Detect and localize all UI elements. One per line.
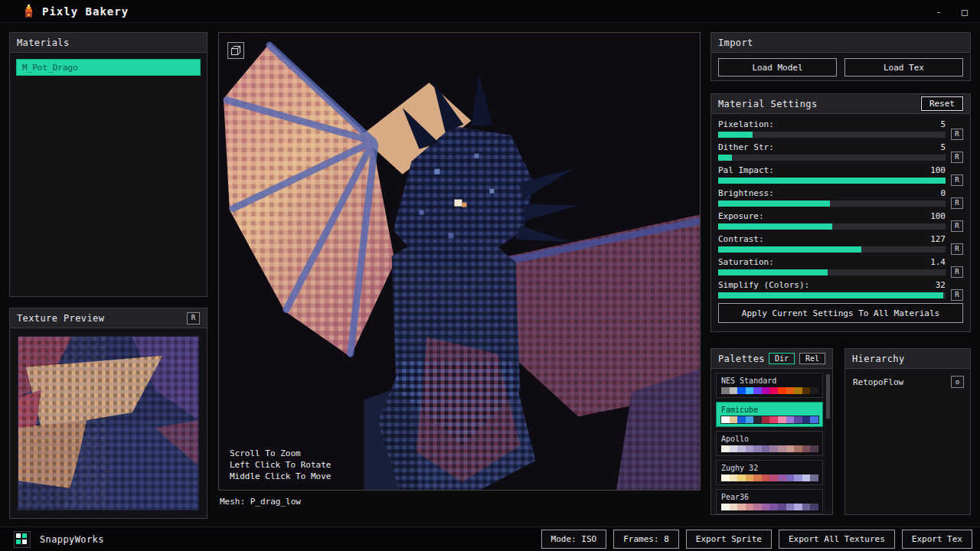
- load-model-button[interactable]: Load Model: [718, 58, 837, 77]
- slider-track[interactable]: [718, 178, 946, 184]
- slider-brightness: Brightness: 0 R: [718, 188, 963, 207]
- slider-label: Simplify (Colors):: [718, 280, 809, 290]
- slider-fill: [718, 246, 861, 253]
- palette-swatch: [769, 416, 778, 423]
- palette-swatch: [746, 474, 754, 481]
- palette-swatch: [802, 474, 811, 481]
- slider-track[interactable]: [718, 155, 946, 161]
- palette-swatch: [810, 504, 818, 510]
- slider-track[interactable]: [718, 246, 946, 253]
- maximize-button[interactable]: □: [954, 0, 975, 23]
- palette-swatch: [786, 445, 795, 452]
- palette-item-apollo[interactable]: Apollo: [716, 431, 823, 456]
- texture-preview-reset-button[interactable]: R: [187, 312, 200, 324]
- slider-reset-button[interactable]: R: [951, 197, 963, 209]
- slider-track[interactable]: [718, 269, 946, 276]
- palettes-dir-button[interactable]: Dir: [769, 353, 795, 364]
- palette-swatch: [802, 445, 811, 452]
- import-panel: Import Load Model Load Tex: [710, 32, 971, 81]
- slider-track[interactable]: [718, 201, 946, 207]
- palette-swatch: [746, 387, 754, 394]
- dragon-model[interactable]: [219, 33, 700, 490]
- palette-swatch: [721, 387, 730, 394]
- hierarchy-item-retopoflow[interactable]: RetopoFlow o: [845, 369, 970, 388]
- slider-label: Dither Str:: [718, 142, 774, 152]
- material-name: M_Pot_Drago: [22, 63, 78, 73]
- frames-button[interactable]: Frames: 8: [613, 530, 679, 549]
- palette-swatch: [746, 504, 754, 510]
- hint-rotate: Left Click To Rotate: [230, 459, 331, 471]
- palette-item-famicube[interactable]: Famicube: [716, 402, 823, 427]
- slider-reset-button[interactable]: R: [951, 266, 963, 278]
- export-sprite-button[interactable]: Export Sprite: [686, 530, 772, 549]
- texture-preview-title: Texture Preview: [17, 313, 104, 324]
- slider-simplify-colors: Simplify (Colors): 32 R: [718, 280, 963, 298]
- slider-reset-button[interactable]: R: [951, 289, 963, 301]
- palette-swatch: [746, 445, 754, 452]
- export-all-textures-button[interactable]: Export All Textures: [779, 530, 895, 549]
- hint-move: Middle Click To Move: [230, 471, 331, 482]
- palette-swatch: [762, 474, 770, 481]
- load-tex-button[interactable]: Load Tex: [844, 58, 963, 77]
- minimize-button[interactable]: -: [928, 0, 949, 23]
- slider-reset-button[interactable]: R: [951, 220, 963, 232]
- slider-fill: [718, 201, 830, 207]
- palette-swatch: [746, 416, 754, 423]
- palette-swatch: [762, 416, 770, 423]
- slider-track[interactable]: [718, 292, 946, 298]
- palette-swatch: [794, 474, 802, 481]
- palette-swatch: [721, 504, 730, 510]
- palette-swatch: [769, 504, 778, 510]
- brand-icon-box: [14, 531, 31, 548]
- palette-swatch: [802, 504, 811, 510]
- import-panel-header: Import: [711, 33, 970, 53]
- palette-swatch-strip: [721, 387, 818, 394]
- palette-swatch: [810, 416, 818, 423]
- hierarchy-item-toggle-button[interactable]: o: [951, 376, 964, 388]
- slider-pal-impact: Pal Impact: 100 R: [718, 165, 963, 184]
- palette-swatch: [737, 416, 746, 423]
- slider-track[interactable]: [718, 223, 946, 230]
- palette-swatch: [802, 416, 811, 423]
- palette-item-pear36[interactable]: Pear36: [716, 489, 823, 514]
- reset-all-button[interactable]: Reset: [921, 96, 963, 111]
- slider-value: 32: [936, 280, 946, 290]
- palette-scrollbar[interactable]: [826, 373, 830, 510]
- slider-reset-button[interactable]: R: [951, 129, 963, 140]
- slider-reset-button[interactable]: R: [951, 174, 963, 186]
- slider-track[interactable]: [718, 132, 946, 138]
- palette-swatch: [762, 387, 770, 394]
- palettes-header: Palettes Dir Rel: [711, 349, 832, 369]
- slider-value: 100: [930, 165, 946, 175]
- mesh-label: Mesh: P_drag_low: [220, 497, 301, 507]
- palette-item-nes-standard[interactable]: NES Standard: [716, 373, 823, 398]
- viewport[interactable]: Scroll To Zoom Left Click To Rotate Midd…: [218, 32, 701, 491]
- palette-scrollbar-thumb[interactable]: [826, 374, 830, 419]
- palette-item-zughy-32[interactable]: Zughy 32: [716, 460, 823, 485]
- palette-swatch: [737, 387, 746, 394]
- palette-swatch: [753, 504, 762, 510]
- palette-swatch-strip: [721, 504, 818, 510]
- palette-swatch: [769, 474, 778, 481]
- apply-all-materials-button[interactable]: Apply Current Settings To All Materials: [718, 303, 963, 323]
- palette-swatch: [753, 416, 762, 423]
- material-list-item[interactable]: M_Pot_Drago: [16, 59, 201, 76]
- slider-reset-button[interactable]: R: [951, 152, 963, 163]
- slider-reset-button[interactable]: R: [951, 243, 963, 255]
- slider-fill: [718, 132, 753, 138]
- slider-label: Saturation:: [718, 257, 774, 267]
- palette-swatch: [753, 474, 762, 481]
- hierarchy-item-name: RetopoFlow: [853, 377, 903, 387]
- palettes-rel-button[interactable]: Rel: [799, 353, 825, 364]
- palette-swatch: [737, 445, 746, 452]
- palette-swatch: [786, 387, 795, 394]
- mode-button[interactable]: Mode: ISO: [541, 530, 607, 549]
- perspective-cube-button[interactable]: [227, 42, 244, 59]
- export-tex-button[interactable]: Export Tex: [902, 530, 972, 549]
- palette-swatch: [794, 504, 802, 510]
- palette-swatch: [762, 504, 770, 510]
- slider-value: 5: [940, 119, 946, 129]
- palette-swatch: [730, 387, 738, 394]
- slider-label: Brightness:: [718, 188, 774, 198]
- palette-swatch: [810, 445, 818, 452]
